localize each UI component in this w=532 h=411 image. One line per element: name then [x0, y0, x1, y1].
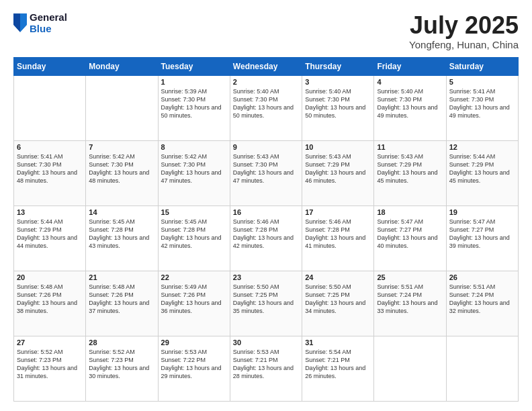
day-info: Sunrise: 5:45 AMSunset: 7:28 PMDaylight:… [161, 218, 227, 250]
calendar-cell: 4Sunrise: 5:40 AMSunset: 7:30 PMDaylight… [374, 75, 446, 140]
calendar-cell: 15Sunrise: 5:45 AMSunset: 7:28 PMDayligh… [158, 205, 230, 271]
day-info: Sunrise: 5:53 AMSunset: 7:22 PMDaylight:… [161, 348, 227, 381]
svg-marker-2 [13, 13, 20, 32]
calendar-header-wednesday: Wednesday [230, 57, 302, 75]
day-info: Sunrise: 5:47 AMSunset: 7:27 PMDaylight:… [377, 218, 443, 250]
day-info: Sunrise: 5:40 AMSunset: 7:30 PMDaylight:… [377, 87, 443, 120]
calendar-header-monday: Monday [86, 57, 158, 75]
calendar-cell: 11Sunrise: 5:43 AMSunset: 7:29 PMDayligh… [374, 140, 446, 205]
day-info: Sunrise: 5:40 AMSunset: 7:30 PMDaylight:… [233, 87, 299, 120]
calendar-cell: 16Sunrise: 5:46 AMSunset: 7:28 PMDayligh… [230, 205, 302, 271]
day-number: 7 [89, 143, 154, 151]
day-info: Sunrise: 5:39 AMSunset: 7:30 PMDaylight:… [161, 87, 227, 120]
calendar-cell: 17Sunrise: 5:46 AMSunset: 7:28 PMDayligh… [302, 205, 374, 271]
calendar-cell: 27Sunrise: 5:52 AMSunset: 7:23 PMDayligh… [14, 336, 86, 401]
day-number: 17 [305, 208, 371, 216]
page: General Blue July 2025 Yongfeng, Hunan, … [0, 0, 532, 411]
svg-marker-1 [20, 13, 27, 32]
calendar-cell: 31Sunrise: 5:54 AMSunset: 7:21 PMDayligh… [302, 336, 374, 401]
day-number: 10 [305, 143, 371, 151]
day-info: Sunrise: 5:44 AMSunset: 7:29 PMDaylight:… [17, 218, 83, 250]
day-number: 15 [161, 208, 227, 216]
day-number: 26 [449, 273, 515, 281]
calendar-header-saturday: Saturday [446, 57, 518, 75]
calendar-cell: 18Sunrise: 5:47 AMSunset: 7:27 PMDayligh… [374, 205, 446, 271]
calendar-week-2: 6Sunrise: 5:41 AMSunset: 7:30 PMDaylight… [14, 140, 519, 205]
day-number: 28 [89, 338, 154, 347]
day-info: Sunrise: 5:53 AMSunset: 7:21 PMDaylight:… [233, 348, 299, 381]
day-info: Sunrise: 5:46 AMSunset: 7:28 PMDaylight:… [233, 218, 299, 250]
title-block: July 2025 Yongfeng, Hunan, China [409, 12, 519, 50]
calendar-cell: 2Sunrise: 5:40 AMSunset: 7:30 PMDaylight… [230, 75, 302, 140]
day-number: 24 [305, 273, 371, 281]
day-info: Sunrise: 5:50 AMSunset: 7:25 PMDaylight:… [305, 283, 371, 316]
day-number: 22 [161, 273, 227, 281]
day-number: 30 [233, 338, 299, 347]
calendar-cell: 12Sunrise: 5:44 AMSunset: 7:29 PMDayligh… [446, 140, 518, 205]
calendar-cell: 21Sunrise: 5:48 AMSunset: 7:26 PMDayligh… [86, 271, 158, 336]
title-month: July 2025 [409, 12, 519, 39]
calendar-cell [14, 75, 86, 140]
day-number: 16 [233, 208, 299, 216]
day-number: 11 [377, 143, 443, 151]
title-location: Yongfeng, Hunan, China [409, 39, 519, 50]
calendar-cell: 9Sunrise: 5:43 AMSunset: 7:30 PMDaylight… [230, 140, 302, 205]
calendar-cell: 24Sunrise: 5:50 AMSunset: 7:25 PMDayligh… [302, 271, 374, 336]
day-info: Sunrise: 5:42 AMSunset: 7:30 PMDaylight:… [161, 152, 227, 185]
calendar-header-row: SundayMondayTuesdayWednesdayThursdayFrid… [14, 57, 519, 75]
day-number: 4 [377, 78, 443, 86]
day-number: 19 [449, 208, 515, 216]
day-info: Sunrise: 5:49 AMSunset: 7:26 PMDaylight:… [161, 283, 227, 316]
calendar-header-friday: Friday [374, 57, 446, 75]
calendar-cell [86, 75, 158, 140]
calendar-cell: 13Sunrise: 5:44 AMSunset: 7:29 PMDayligh… [14, 205, 86, 271]
calendar-cell: 28Sunrise: 5:52 AMSunset: 7:23 PMDayligh… [86, 336, 158, 401]
day-info: Sunrise: 5:41 AMSunset: 7:30 PMDaylight:… [17, 152, 83, 185]
calendar-cell: 20Sunrise: 5:48 AMSunset: 7:26 PMDayligh… [14, 271, 86, 336]
day-number: 21 [89, 273, 154, 281]
calendar-cell: 22Sunrise: 5:49 AMSunset: 7:26 PMDayligh… [158, 271, 230, 336]
day-info: Sunrise: 5:48 AMSunset: 7:26 PMDaylight:… [17, 283, 83, 316]
day-info: Sunrise: 5:43 AMSunset: 7:29 PMDaylight:… [377, 152, 443, 185]
day-info: Sunrise: 5:46 AMSunset: 7:28 PMDaylight:… [305, 218, 371, 250]
calendar-cell: 19Sunrise: 5:47 AMSunset: 7:27 PMDayligh… [446, 205, 518, 271]
day-info: Sunrise: 5:52 AMSunset: 7:23 PMDaylight:… [89, 348, 154, 381]
logo-icon [13, 13, 27, 32]
calendar-header-sunday: Sunday [14, 57, 86, 75]
day-info: Sunrise: 5:50 AMSunset: 7:25 PMDaylight:… [233, 283, 299, 316]
calendar-week-3: 13Sunrise: 5:44 AMSunset: 7:29 PMDayligh… [14, 205, 519, 271]
calendar-cell: 7Sunrise: 5:42 AMSunset: 7:30 PMDaylight… [86, 140, 158, 205]
day-number: 13 [17, 208, 83, 216]
calendar-cell: 29Sunrise: 5:53 AMSunset: 7:22 PMDayligh… [158, 336, 230, 401]
calendar-cell: 10Sunrise: 5:43 AMSunset: 7:29 PMDayligh… [302, 140, 374, 205]
day-number: 20 [17, 273, 83, 281]
day-number: 29 [161, 338, 227, 347]
calendar-cell: 5Sunrise: 5:41 AMSunset: 7:30 PMDaylight… [446, 75, 518, 140]
day-number: 14 [89, 208, 154, 216]
calendar-cell: 6Sunrise: 5:41 AMSunset: 7:30 PMDaylight… [14, 140, 86, 205]
day-info: Sunrise: 5:54 AMSunset: 7:21 PMDaylight:… [305, 348, 371, 381]
logo: General Blue [13, 12, 67, 34]
day-number: 31 [305, 338, 371, 347]
day-number: 6 [17, 143, 83, 151]
calendar-cell: 8Sunrise: 5:42 AMSunset: 7:30 PMDaylight… [158, 140, 230, 205]
calendar-cell: 23Sunrise: 5:50 AMSunset: 7:25 PMDayligh… [230, 271, 302, 336]
day-info: Sunrise: 5:40 AMSunset: 7:30 PMDaylight:… [305, 87, 371, 120]
day-number: 12 [449, 143, 515, 151]
calendar-cell: 3Sunrise: 5:40 AMSunset: 7:30 PMDaylight… [302, 75, 374, 140]
day-number: 25 [377, 273, 443, 281]
day-info: Sunrise: 5:43 AMSunset: 7:29 PMDaylight:… [305, 152, 371, 185]
calendar-header-tuesday: Tuesday [158, 57, 230, 75]
day-number: 18 [377, 208, 443, 216]
day-number: 23 [233, 273, 299, 281]
calendar-week-1: 1Sunrise: 5:39 AMSunset: 7:30 PMDaylight… [14, 75, 519, 140]
day-number: 9 [233, 143, 299, 151]
calendar-cell: 26Sunrise: 5:51 AMSunset: 7:24 PMDayligh… [446, 271, 518, 336]
day-number: 1 [161, 78, 227, 86]
calendar-cell: 14Sunrise: 5:45 AMSunset: 7:28 PMDayligh… [86, 205, 158, 271]
calendar-week-4: 20Sunrise: 5:48 AMSunset: 7:26 PMDayligh… [14, 271, 519, 336]
calendar-table: SundayMondayTuesdayWednesdayThursdayFrid… [13, 57, 519, 402]
day-info: Sunrise: 5:45 AMSunset: 7:28 PMDaylight:… [89, 218, 154, 250]
logo-blue: Blue [30, 24, 67, 35]
day-info: Sunrise: 5:47 AMSunset: 7:27 PMDaylight:… [449, 218, 515, 250]
